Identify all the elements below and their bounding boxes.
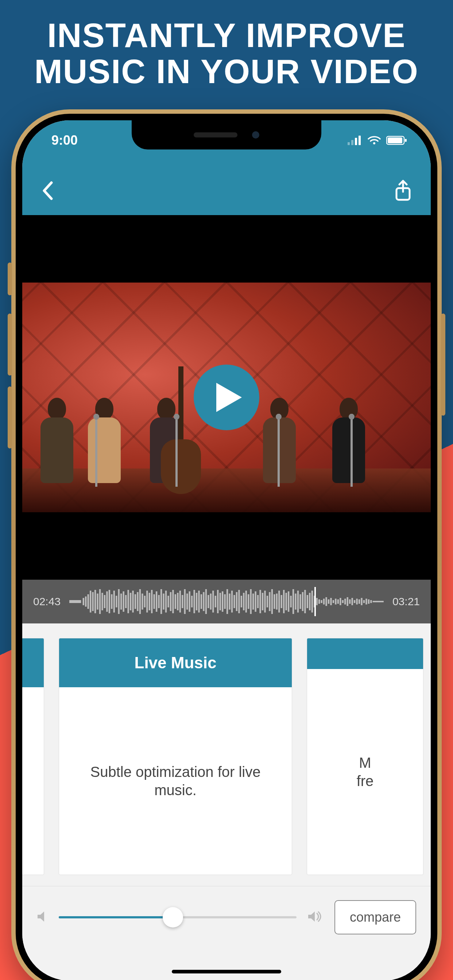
svg-rect-94	[281, 595, 282, 608]
svg-rect-125	[354, 600, 355, 603]
svg-rect-75	[236, 592, 238, 611]
status-time: 9:00	[51, 133, 78, 148]
svg-rect-14	[92, 592, 94, 611]
svg-rect-105	[307, 595, 308, 608]
waveform-icon	[69, 587, 384, 616]
svg-rect-17	[99, 589, 100, 614]
share-button[interactable]	[394, 180, 413, 204]
svg-rect-119	[340, 598, 341, 605]
svg-rect-118	[337, 600, 339, 604]
preset-title	[307, 638, 423, 669]
home-indicator[interactable]	[172, 970, 281, 974]
svg-rect-77	[241, 596, 242, 608]
svg-rect-74	[233, 595, 235, 608]
preset-card-prev[interactable]: er hat's it.	[22, 638, 44, 875]
cellular-signal-icon	[348, 135, 362, 145]
svg-rect-2	[355, 138, 357, 145]
svg-rect-96	[286, 593, 287, 610]
promo-headline: INSTANTLY IMPROVE MUSIC IN YOUR VIDEO	[0, 0, 453, 90]
svg-rect-65	[212, 590, 214, 612]
svg-rect-61	[203, 592, 204, 611]
share-icon	[394, 180, 413, 202]
back-button[interactable]	[40, 180, 55, 203]
svg-rect-29	[128, 590, 129, 613]
phone-volume-up	[8, 313, 12, 375]
preset-card-next[interactable]: Mfre	[307, 638, 423, 875]
bottom-toolbar: compare	[22, 886, 431, 948]
svg-rect-33	[137, 592, 138, 611]
svg-point-4	[373, 142, 375, 145]
svg-rect-21	[109, 590, 110, 613]
slider-thumb[interactable]	[163, 907, 183, 928]
svg-rect-37	[146, 590, 148, 612]
svg-rect-97	[288, 591, 289, 612]
phone-device-frame: 9:00	[11, 110, 442, 980]
svg-rect-126	[356, 599, 358, 605]
svg-rect-11	[85, 597, 86, 607]
svg-rect-129	[363, 600, 365, 603]
svg-rect-92	[276, 593, 278, 609]
svg-rect-22	[111, 594, 112, 609]
video-mic-stand	[175, 414, 178, 487]
intensity-slider[interactable]	[59, 906, 297, 928]
svg-rect-101	[297, 590, 299, 612]
svg-rect-1	[351, 140, 353, 145]
preset-description: hat's it.	[22, 687, 44, 875]
svg-rect-64	[210, 593, 212, 609]
phone-front-camera	[252, 131, 259, 138]
svg-rect-55	[189, 591, 190, 612]
svg-rect-24	[116, 596, 117, 608]
svg-rect-127	[359, 600, 360, 604]
svg-rect-106	[309, 593, 310, 610]
svg-rect-68	[220, 593, 221, 610]
svg-rect-114	[328, 600, 329, 604]
svg-rect-107	[311, 590, 313, 612]
svg-rect-109	[316, 598, 318, 605]
slider-fill	[59, 916, 173, 918]
svg-rect-39	[151, 590, 152, 613]
svg-rect-130	[365, 599, 367, 605]
svg-rect-112	[323, 599, 325, 605]
svg-rect-36	[144, 596, 145, 608]
svg-rect-23	[113, 590, 115, 612]
svg-rect-35	[142, 593, 143, 609]
svg-rect-85	[259, 590, 261, 613]
svg-rect-79	[246, 590, 247, 612]
svg-rect-26	[120, 593, 122, 609]
preset-carousel[interactable]: er hat's it. Live Music Subtle optimizat…	[22, 624, 431, 886]
svg-rect-104	[304, 590, 306, 613]
svg-rect-18	[101, 593, 103, 610]
svg-rect-121	[344, 599, 346, 605]
svg-rect-70	[224, 594, 226, 609]
svg-rect-73	[231, 590, 233, 612]
svg-rect-47	[170, 592, 171, 611]
preset-card-active[interactable]: Live Music Subtle optimization for live …	[59, 638, 292, 875]
volume-high-icon	[308, 910, 324, 924]
svg-rect-58	[196, 593, 197, 610]
svg-rect-10	[83, 598, 84, 605]
svg-rect-57	[194, 590, 195, 613]
video-player[interactable]	[22, 215, 431, 580]
svg-rect-15	[94, 590, 96, 613]
svg-rect-89	[269, 592, 270, 611]
video-musician	[81, 398, 128, 483]
compare-button[interactable]: compare	[335, 900, 416, 934]
svg-rect-84	[257, 595, 258, 608]
wifi-icon	[367, 135, 381, 145]
preset-description: Mfre	[307, 669, 423, 875]
svg-rect-42	[158, 595, 160, 608]
svg-rect-71	[226, 589, 228, 614]
svg-rect-81	[250, 589, 252, 614]
promo-background: INSTANTLY IMPROVE MUSIC IN YOUR VIDEO 9:…	[0, 0, 453, 980]
waveform-track[interactable]	[69, 587, 384, 616]
svg-rect-83	[255, 591, 257, 612]
timeline-playhead[interactable]	[314, 587, 316, 616]
svg-rect-66	[215, 596, 216, 608]
audio-timeline[interactable]: 02:43	[22, 580, 431, 624]
play-button[interactable]	[194, 364, 259, 430]
phone-notch	[132, 120, 321, 150]
svg-rect-72	[229, 593, 230, 609]
svg-rect-7	[405, 139, 407, 142]
svg-rect-49	[175, 594, 176, 609]
svg-rect-132	[370, 600, 372, 603]
